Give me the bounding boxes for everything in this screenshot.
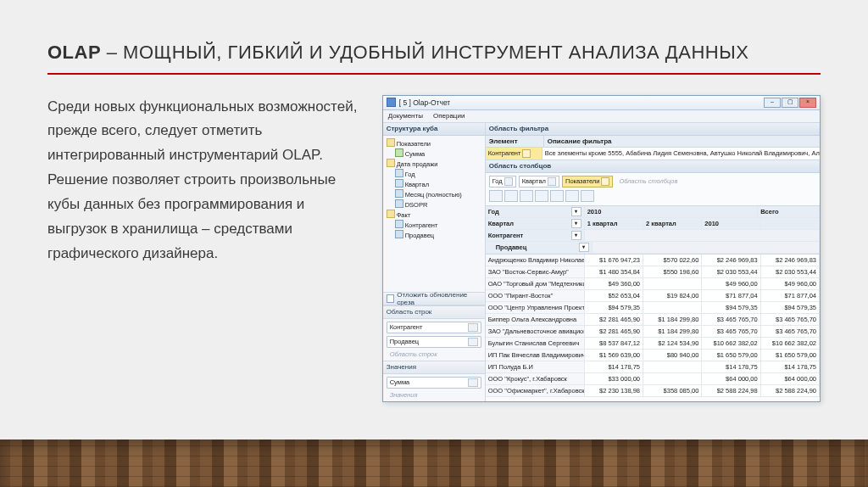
tree-node[interactable]: DSOPR (387, 199, 482, 210)
grid-cell: $94 579,35 (702, 302, 760, 313)
slide: OLAP – МОЩНЫЙ, ГИБКИЙ И УДОБНЫЙ ИНСТРУМЕ… (0, 0, 868, 487)
grid-data-row[interactable]: ООО "Пирант-Восток"$52 653,04$19 824,00$… (486, 290, 820, 302)
field-pill[interactable]: Сумма (387, 377, 481, 389)
pivot-grid-headers: Год▾ 2010 Всего Квартал▾ 1 квартал2 квар… (486, 206, 820, 255)
tree-node-label: Показатели (397, 140, 431, 148)
grid-quarter-cell[interactable]: 2010 (702, 218, 760, 229)
grid-data-row[interactable]: Булыгин Станислав Сергеевич$8 537 847,12… (486, 338, 820, 350)
tree-node[interactable]: Год (387, 169, 482, 179)
grid-cell: $2 124 534,90 (643, 338, 702, 349)
grid-cell: $33 000,00 (585, 373, 643, 384)
tree-node-label: Месяц (полностью) (405, 191, 462, 199)
tree-node[interactable]: Месяц (полностью) (387, 189, 482, 199)
grid-cell: $64 000,00 (761, 373, 820, 384)
tree-node[interactable]: Дата продажи (387, 159, 482, 169)
grid-cell: $2 246 969,83 (761, 255, 820, 266)
grid-cell: $2 230 138,98 (585, 385, 643, 396)
column-chip-dropdown-icon[interactable] (548, 177, 556, 186)
filter-row[interactable]: Контрагент Все элементы кроме 5555, Абаб… (486, 148, 820, 160)
grid-data-row[interactable]: ООО "Центр Управления Проектом "Восточна… (486, 302, 820, 314)
grid-cell: $49 360,00 (585, 278, 643, 289)
field-pill[interactable]: Контрагент (387, 322, 481, 333)
grid-data-row[interactable]: ООО "Крокус", г.Хабаровск$33 000,00$64 0… (486, 373, 820, 385)
grid-quarter-cell[interactable]: 1 квартал (585, 218, 643, 229)
floor-texture (0, 439, 868, 487)
column-chip[interactable]: Квартал (519, 176, 559, 188)
grid-data-row[interactable]: ЗАО "Восток-Сервис-Амур"$1 480 354,84$55… (486, 266, 820, 278)
grid-cell: $1 650 579,00 (702, 350, 760, 361)
tree-node[interactable]: Показатели (387, 138, 482, 148)
toolbar-btn-6[interactable] (565, 190, 579, 202)
tree-node[interactable]: Факт (387, 210, 482, 220)
title-rest: – МОЩНЫЙ, ГИБКИЙ И УДОБНЫЙ ИНСТРУМЕНТ АН… (101, 42, 748, 63)
grid-data-row[interactable]: Биппер Ольга Александровна$2 281 465,90$… (486, 314, 820, 326)
column-chip-dropdown-icon[interactable] (504, 177, 513, 186)
toolbar-btn-3[interactable] (520, 190, 533, 202)
toolbar-btn-2[interactable] (504, 190, 518, 202)
grid-cell (643, 361, 702, 372)
column-chip-label: Год (492, 177, 503, 185)
grid-data-row[interactable]: ОАО "Торговый дом "Медтехника"$49 360,00… (486, 278, 820, 290)
menu-operations[interactable]: Операции (433, 112, 465, 120)
grid-cell (643, 302, 702, 313)
column-chip[interactable]: Год (489, 176, 516, 188)
field-pill-dropdown-icon[interactable] (468, 338, 478, 346)
content-row: Среди новых функциональных возможностей,… (47, 95, 821, 402)
column-chip-dropdown-icon[interactable] (601, 177, 609, 186)
cube-tree[interactable]: ПоказателиСуммаДата продажиГодКварталМес… (383, 136, 485, 292)
grid-year-handle[interactable]: ▾ (571, 207, 581, 216)
toolbar-btn-7[interactable] (581, 190, 594, 202)
toolbar-btn-5[interactable] (550, 190, 564, 202)
grid-cell: $64 000,00 (702, 373, 760, 384)
field-pill[interactable]: Продавец (387, 336, 481, 348)
left-pane: Структура куба ПоказателиСуммаДата прода… (383, 123, 486, 401)
menu-documents[interactable]: Документы (388, 112, 423, 120)
grid-data-row[interactable]: Андрющенко Владимир Николаевич$1 676 947… (486, 255, 820, 266)
grid-contragent-handle[interactable]: ▾ (571, 231, 581, 240)
grid-data-row[interactable]: ООО "Офисмаркет", г.Хабаровск$2 230 138,… (486, 385, 820, 397)
grid-level-contragent: Контрагент▾ (486, 230, 820, 242)
grid-seller-label: Продавец (496, 244, 527, 251)
window-close-button[interactable]: × (799, 98, 816, 108)
tree-node-label: Год (405, 171, 415, 178)
grid-quarter-cell[interactable]: 2 квартал (643, 218, 702, 229)
tree-node[interactable]: Контрагент (387, 220, 482, 230)
tree-node-icon (395, 220, 403, 228)
window-min-button[interactable]: – (764, 98, 781, 108)
tree-node[interactable]: Квартал (387, 179, 482, 189)
column-chip[interactable]: Показатели (562, 176, 613, 188)
window-max-button[interactable]: ▢ (782, 98, 798, 108)
values-area-body: СуммаЗначения (383, 374, 485, 401)
field-pill-dropdown-icon[interactable] (468, 378, 478, 387)
defer-refresh-row[interactable]: Отложить обновление среза (383, 292, 485, 305)
grid-seller-handle[interactable]: ▾ (579, 243, 589, 252)
grid-year-2010[interactable]: 2010 (585, 206, 759, 217)
column-chip-label: Квартал (522, 177, 546, 185)
grid-cell: $2 030 553,44 (702, 266, 760, 277)
filter-row-name[interactable]: Контрагент (486, 148, 542, 160)
grid-row-label: ЗАО "Восток-Сервис-Амур" (486, 266, 585, 277)
toolbar-btn-1[interactable] (489, 190, 503, 202)
tree-node[interactable]: Сумма (387, 148, 482, 159)
grid-row-label: Булыгин Станислав Сергеевич (486, 338, 585, 349)
defer-checkbox[interactable] (387, 294, 395, 303)
cube-structure-header: Структура куба (383, 123, 485, 136)
tree-node-label: DSOPR (405, 201, 428, 209)
grid-data-row[interactable]: ЗАО "Дальневосточное авиационное агентст… (486, 326, 820, 338)
tree-node-label: Контрагент (405, 221, 438, 229)
title-strong: OLAP (47, 42, 101, 63)
grid-row-label: ООО "Офисмаркет", г.Хабаровск (486, 385, 585, 396)
grid-cell: $1 650 579,00 (761, 350, 820, 361)
grid-data-row[interactable]: ИП Пак Вячеслав Владимирович$1 569 639,0… (486, 350, 820, 361)
slide-title: OLAP – МОЩНЫЙ, ГИБКИЙ И УДОБНЫЙ ИНСТРУМЕ… (47, 41, 821, 64)
grid-cell: $14 178,75 (761, 361, 820, 372)
toolbar-btn-4[interactable] (535, 190, 548, 202)
pivot-grid[interactable]: Год▾ 2010 Всего Квартал▾ 1 квартал2 квар… (486, 206, 820, 401)
grid-data-row[interactable]: ИП Полуда Б.И$14 178,75$14 178,75$14 178… (486, 361, 820, 373)
field-pill-dropdown-icon[interactable] (468, 323, 478, 332)
title-underline (47, 73, 821, 75)
columns-area-header: Область столбцов (486, 160, 820, 173)
tree-node[interactable]: Продавец (387, 230, 482, 240)
filter-row-dropdown-icon[interactable] (522, 149, 531, 158)
grid-quarter-handle[interactable]: ▾ (571, 219, 581, 228)
